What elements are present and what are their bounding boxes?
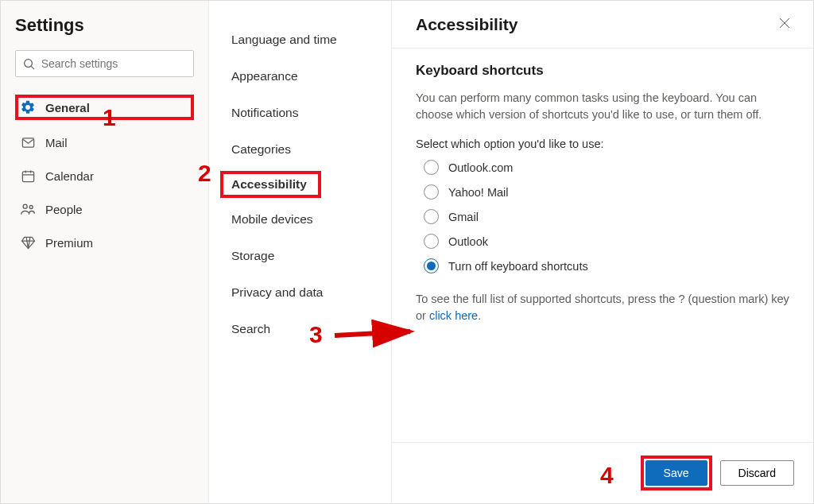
section-intro: You can perform many common tasks using … <box>416 90 789 123</box>
search-icon <box>22 56 37 72</box>
radio-outlook[interactable]: Outlook <box>424 234 789 249</box>
annotation-highlight-save: Save <box>641 456 712 490</box>
click-here-link[interactable]: click here <box>429 309 478 322</box>
radio-icon <box>424 234 439 249</box>
svg-rect-3 <box>22 171 33 181</box>
svg-line-1 <box>32 66 35 69</box>
search-settings-box[interactable] <box>15 50 194 77</box>
radio-label: Turn off keyboard shortcuts <box>448 260 588 273</box>
nav-label: People <box>45 203 83 216</box>
nav-label: Mail <box>45 136 68 149</box>
nav-label: General <box>45 101 90 114</box>
radio-turn-off[interactable]: Turn off keyboard shortcuts <box>424 258 789 273</box>
annotation-highlight-general: General <box>15 95 194 120</box>
help-text: To see the full list of supported shortc… <box>416 291 789 324</box>
radio-icon <box>424 258 439 273</box>
subnav-storage[interactable]: Storage <box>209 241 391 271</box>
radio-gmail[interactable]: Gmail <box>424 209 789 224</box>
subnav-categories[interactable]: Categories <box>209 134 391 165</box>
subnav-privacy-data[interactable]: Privacy and data <box>209 277 391 308</box>
subnav-appearance[interactable]: Appearance <box>209 61 391 91</box>
select-prompt: Select which option you'd like to use: <box>416 138 789 150</box>
gear-icon <box>20 99 36 115</box>
shortcut-radio-group: Outlook.com Yahoo! Mail Gmail Outlook Tu… <box>416 160 789 273</box>
settings-sidebar: Settings General <box>1 1 209 503</box>
subnav-mobile-devices[interactable]: Mobile devices <box>209 204 391 235</box>
svg-point-8 <box>29 206 33 209</box>
close-button[interactable] <box>775 14 794 35</box>
mail-icon <box>20 134 36 150</box>
nav-general[interactable]: General <box>20 98 90 117</box>
close-icon <box>778 17 791 29</box>
radio-yahoo-mail[interactable]: Yahoo! Mail <box>424 184 789 200</box>
subnav-notifications[interactable]: Notifications <box>209 98 391 128</box>
save-button[interactable]: Save <box>645 460 707 486</box>
section-heading: Keyboard shortcuts <box>416 63 789 79</box>
svg-point-0 <box>25 59 33 67</box>
panel-footer: Save Discard <box>392 442 813 503</box>
svg-point-7 <box>23 204 27 208</box>
settings-panel: Accessibility Keyboard shortcuts You can… <box>392 1 813 503</box>
settings-subnav: Language and time Appearance Notificatio… <box>209 1 392 503</box>
nav-mail[interactable]: Mail <box>15 131 194 153</box>
nav-label: Calendar <box>45 169 94 183</box>
radio-outlook-com[interactable]: Outlook.com <box>424 160 789 175</box>
nav-label: Premium <box>45 236 93 250</box>
radio-label: Outlook <box>448 235 488 248</box>
people-icon <box>20 201 36 217</box>
search-input[interactable] <box>41 57 187 70</box>
annotation-highlight-accessibility: Accessibility <box>220 171 321 198</box>
radio-icon <box>424 160 439 175</box>
subnav-accessibility[interactable]: Accessibility <box>231 177 307 191</box>
calendar-icon <box>20 168 36 184</box>
subnav-search[interactable]: Search <box>209 314 391 344</box>
nav-calendar[interactable]: Calendar <box>15 165 194 187</box>
subnav-language-time[interactable]: Language and time <box>209 25 391 55</box>
settings-title: Settings <box>15 15 194 36</box>
diamond-icon <box>20 235 36 250</box>
radio-label: Outlook.com <box>448 161 513 174</box>
radio-label: Yahoo! Mail <box>448 186 509 199</box>
discard-button[interactable]: Discard <box>720 460 794 486</box>
nav-people[interactable]: People <box>15 198 194 220</box>
radio-icon <box>424 184 439 200</box>
nav-premium[interactable]: Premium <box>15 231 194 254</box>
radio-icon <box>424 209 439 224</box>
panel-title: Accessibility <box>416 15 517 34</box>
radio-label: Gmail <box>448 211 479 223</box>
